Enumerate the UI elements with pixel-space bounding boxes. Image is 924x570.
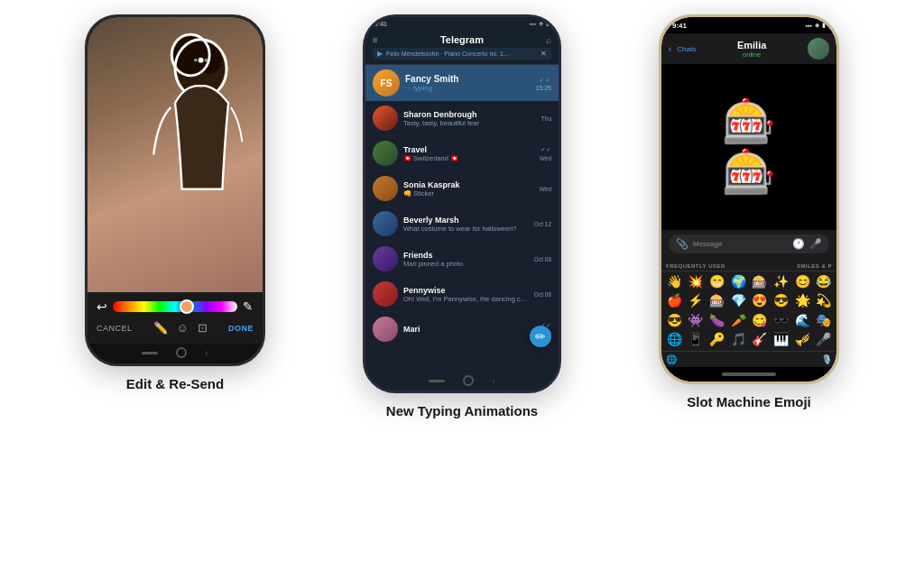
emoji-dizzy[interactable]: 💫 bbox=[813, 292, 834, 310]
emoji-key[interactable]: 🔑 bbox=[707, 331, 727, 349]
phone3-label: Slot Machine Emoji bbox=[687, 393, 811, 411]
sharon-name: Sharon Denbrough bbox=[403, 110, 536, 119]
music-player-bar[interactable]: ▶ Felix Mendelssohn · Piano Concerto no.… bbox=[373, 48, 551, 60]
emoji-sunglasses[interactable]: 😎 bbox=[771, 292, 791, 310]
undo-button[interactable]: ↩ bbox=[97, 299, 107, 314]
travel-name: Travel bbox=[403, 145, 534, 154]
color-slider[interactable] bbox=[113, 301, 237, 312]
emoji-slot[interactable]: 🎰 bbox=[750, 273, 771, 291]
message-input[interactable]: Message bbox=[693, 240, 788, 248]
nav-back-button[interactable]: ‹ bbox=[205, 348, 208, 358]
fancy-smith-avatar: FS bbox=[373, 69, 400, 97]
travel-avatar bbox=[373, 141, 398, 166]
emoji-sparkle[interactable]: ✨ bbox=[771, 273, 791, 291]
active-chat-meta: ✓✓ 15:25 bbox=[535, 76, 551, 91]
emoji-shades[interactable]: 🕶️ bbox=[771, 312, 791, 330]
emoji-laugh[interactable]: 😂 bbox=[813, 273, 834, 291]
emoji-grid-row4: 🌐 📱 🔑 🎵 🎸 🎹 🎺 🎤 bbox=[661, 331, 836, 351]
emoji-music[interactable]: 🎵 bbox=[728, 331, 749, 349]
play-icon[interactable]: ▶ bbox=[377, 50, 383, 58]
active-chat-name: Fancy Smith bbox=[405, 74, 530, 84]
online-status: online bbox=[743, 51, 761, 59]
search-icon[interactable]: ⌕ bbox=[546, 35, 551, 45]
chat-item-mari[interactable]: Mari ✓✓ Sep 03 bbox=[365, 312, 559, 347]
phone2-section: 9:41 ▪▪▪ ◈ ▮ ≡ Telegram ⌕ bbox=[327, 14, 597, 420]
sharon-avatar bbox=[373, 106, 398, 131]
phone2-label: New Typing Animations bbox=[386, 402, 538, 420]
done-button[interactable]: DONE bbox=[228, 324, 254, 333]
emoji-piano[interactable]: 🎹 bbox=[771, 331, 791, 349]
actions-row: CANCEL ✏️ ☺ ⊡ DONE bbox=[97, 319, 254, 336]
battery-icon-ios: ▮ bbox=[822, 22, 826, 29]
compose-fab-button[interactable]: ✏ bbox=[530, 326, 551, 347]
emoji-boom[interactable]: 💥 bbox=[686, 273, 707, 291]
ios-status-icons: ▪▪▪ ◈ ▮ bbox=[806, 22, 826, 29]
nav-pill bbox=[142, 352, 158, 354]
emoji-grid-row3: 😎 👾 🍆 🥕 😋 🕶️ 🌊 🎭 bbox=[661, 312, 836, 332]
back-label[interactable]: Chats bbox=[677, 45, 696, 53]
nav-pill-2 bbox=[429, 380, 445, 382]
chat-item-friends[interactable]: Friends Mari pinned a photo Oct 08 bbox=[365, 242, 559, 277]
signal-bars-icon: ▪▪▪ bbox=[806, 23, 812, 29]
phone1-label: Edit & Re-Send bbox=[126, 375, 224, 393]
telegram-status-bar: 9:41 ▪▪▪ ◈ ▮ bbox=[365, 17, 559, 30]
emoji-globe[interactable]: 🌐 bbox=[664, 331, 685, 349]
emoji-yum[interactable]: 😋 bbox=[750, 312, 771, 330]
emoji-slot2[interactable]: 🎰 bbox=[707, 292, 727, 310]
phones-row: ↩ ✏ CANCEL ✏️ ☺ ⊡ bbox=[18, 14, 906, 559]
friends-meta: Oct 08 bbox=[534, 256, 551, 262]
mari-info: Mari bbox=[403, 325, 527, 334]
color-thumb[interactable] bbox=[180, 299, 194, 314]
ios-status-bar: 9:41 ▪▪▪ ◈ ▮ bbox=[661, 17, 836, 33]
active-chat-item[interactable]: FS Fancy Smith ··· typing ✓✓ 15:25 bbox=[365, 65, 559, 101]
telegram-title: Telegram bbox=[440, 34, 484, 45]
emoji-star[interactable]: 🌟 bbox=[792, 292, 813, 310]
emoji-picker-icon[interactable]: 🕐 bbox=[792, 238, 805, 250]
crop-icon[interactable]: ⊡ bbox=[198, 321, 208, 335]
chat-item-sonia[interactable]: Sonia Kasprak 👊 Sticker Wed bbox=[365, 171, 559, 207]
chat-item-sharon[interactable]: Sharon Denbrough Tasty, tasty, beautiful… bbox=[365, 101, 559, 136]
sharon-info: Sharon Denbrough Tasty, tasty, beautiful… bbox=[403, 110, 536, 127]
contact-avatar[interactable] bbox=[808, 38, 829, 60]
emoji-earth[interactable]: 🌍 bbox=[728, 273, 749, 291]
emoji-wave[interactable]: 👋 bbox=[664, 273, 685, 291]
emoji-phone[interactable]: 📱 bbox=[686, 331, 707, 349]
nav-home-button[interactable] bbox=[176, 347, 187, 358]
emoji-smile[interactable]: 😊 bbox=[792, 273, 813, 291]
chat-timestamp: 15:25 bbox=[535, 85, 551, 91]
attach-icon[interactable]: 📎 bbox=[676, 238, 688, 250]
nav-back-2[interactable]: ‹ bbox=[492, 376, 494, 386]
pencil-icon[interactable]: ✏️ bbox=[153, 321, 168, 335]
hamburger-menu-icon[interactable]: ≡ bbox=[373, 35, 378, 45]
microphone-icon[interactable]: 🎤 bbox=[809, 238, 822, 250]
emoji-alien[interactable]: 👾 bbox=[686, 312, 707, 330]
chat-item-pennywise[interactable]: Pennywise Oh! Well, I'm Pennywise, the d… bbox=[365, 277, 559, 312]
emoji-lightning[interactable]: ⚡ bbox=[686, 292, 707, 310]
cancel-button[interactable]: CANCEL bbox=[97, 324, 133, 333]
sticker-icon[interactable]: ☺ bbox=[177, 321, 189, 335]
mic-keyboard-icon[interactable]: 🎙️ bbox=[821, 354, 832, 364]
sharon-preview: Tasty, tasty, beautiful fear bbox=[403, 119, 536, 127]
sonia-info: Sonia Kasprak 👊 Sticker bbox=[403, 180, 534, 198]
emoji-eggplant[interactable]: 🍆 bbox=[707, 312, 727, 330]
emoji-guitar[interactable]: 🎸 bbox=[750, 331, 771, 349]
emoji-trumpet[interactable]: 🎺 bbox=[792, 331, 813, 349]
emoji-gem[interactable]: 💎 bbox=[728, 292, 749, 310]
emoji-grin[interactable]: 😁 bbox=[707, 273, 727, 291]
message-bar[interactable]: 📎 Message 🕐 🎤 bbox=[669, 234, 829, 253]
emoji-heart-eyes[interactable]: 😍 bbox=[750, 292, 771, 310]
globe-keyboard-icon[interactable]: 🌐 bbox=[666, 354, 677, 364]
emoji-mic[interactable]: 🎤 bbox=[813, 331, 834, 349]
back-chevron-icon[interactable]: ‹ bbox=[669, 44, 671, 54]
emoji-wave2[interactable]: 🌊 bbox=[792, 312, 813, 330]
emoji-masks[interactable]: 🎭 bbox=[813, 312, 834, 330]
nav-home-2[interactable] bbox=[463, 375, 474, 386]
brush-icon[interactable]: ✏ bbox=[239, 298, 257, 316]
chat-item-beverly[interactable]: Beverly Marsh What costume to wear for h… bbox=[365, 207, 559, 242]
emoji-apple[interactable]: 🍎 bbox=[664, 292, 685, 310]
chat-item-travel[interactable]: Travel 🇨🇭 Switzerland 🇨🇭 ✓✓ Wed bbox=[365, 136, 559, 171]
emoji-cool[interactable]: 😎 bbox=[664, 312, 685, 330]
emoji-carrot[interactable]: 🥕 bbox=[728, 312, 749, 330]
emoji-keyboard-bottom-bar: 🌐 🎙️ bbox=[661, 351, 836, 367]
close-music-icon[interactable]: ✕ bbox=[541, 50, 547, 58]
